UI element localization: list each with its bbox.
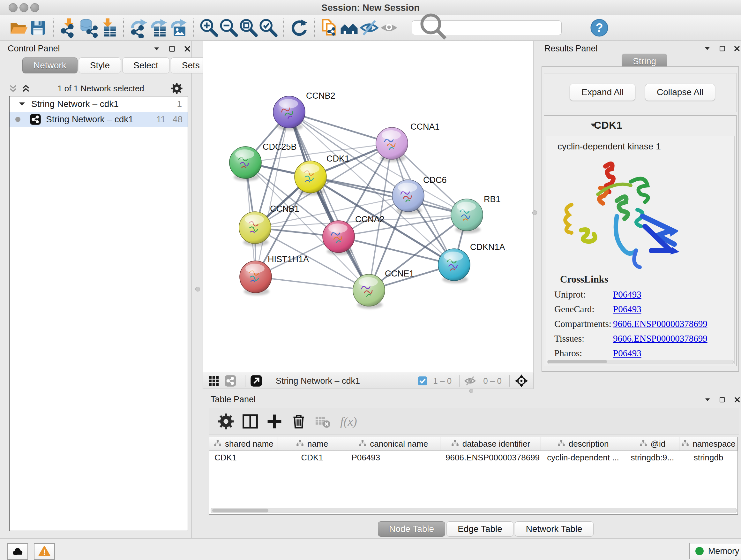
network-node-CDC6[interactable] [392, 180, 424, 214]
detach-view-icon[interactable] [250, 374, 263, 387]
network-node-CDK1[interactable] [294, 161, 327, 195]
panel-menu-icon[interactable] [704, 396, 711, 405]
network-node-CCNB1[interactable] [239, 212, 271, 246]
network-node-HIST1H1A[interactable] [240, 261, 272, 295]
gene-section-body: cyclin-dependent kinase 1 [546, 136, 735, 364]
cloud-status-button[interactable] [7, 543, 28, 560]
collapse-all-icon[interactable] [8, 83, 18, 94]
float-panel-icon[interactable] [168, 45, 176, 54]
network-edge[interactable] [256, 277, 369, 290]
save-session-button[interactable] [28, 18, 48, 38]
tab-select[interactable]: Select [122, 57, 170, 73]
network-node-CCNA1[interactable] [376, 127, 408, 162]
delete-column-icon[interactable] [290, 413, 308, 430]
column-header-shared-name[interactable]: shared name [209, 437, 278, 450]
close-panel-icon[interactable] [183, 45, 192, 54]
network-node-CCNE1[interactable] [353, 274, 385, 309]
tab-style[interactable]: Style [79, 57, 121, 73]
control-panel-tabs: NetworkStyleSelectSets [22, 57, 212, 73]
crosslink-link[interactable]: P06493 [613, 304, 642, 314]
table-row[interactable]: CDK1CDK1P064939606.ENSP00000378699cyclin… [209, 451, 738, 464]
zoom-out-button[interactable] [219, 18, 239, 38]
table-cell: stringdb:9... [625, 451, 679, 464]
zoom-fit-button[interactable] [239, 18, 259, 38]
close-panel-icon[interactable] [733, 396, 741, 405]
crosslink-link[interactable]: P06493 [613, 289, 642, 300]
column-header-name[interactable]: name [278, 437, 347, 450]
show-columns-icon[interactable] [241, 413, 259, 430]
expand-all-button[interactable]: Expand All [569, 84, 635, 101]
node-count: 11 [156, 114, 165, 125]
help-button[interactable]: ? [590, 19, 608, 37]
collapse-icon[interactable] [17, 99, 27, 109]
table-settings-gear-icon[interactable] [217, 413, 235, 430]
column-header-description[interactable]: description [541, 437, 625, 450]
left-splitter-handle[interactable] [195, 287, 200, 292]
network-node-CDC25B[interactable] [229, 146, 261, 181]
hierarchy-icon [639, 440, 648, 448]
first-neighbors-button[interactable] [340, 18, 359, 38]
collapse-section-icon[interactable] [566, 121, 576, 130]
network-node-CDKN1A[interactable] [438, 249, 470, 283]
add-column-icon[interactable] [266, 413, 283, 430]
tab-node-table[interactable]: Node Table [378, 521, 445, 537]
network-node-RB1[interactable] [451, 199, 483, 233]
hide-selected-button[interactable] [359, 18, 379, 38]
collapse-all-button[interactable]: Collapse All [645, 84, 715, 101]
memory-button[interactable]: Memory [689, 543, 741, 559]
import-table-file-button[interactable] [98, 18, 118, 38]
right-splitter-handle[interactable] [532, 210, 537, 215]
network-node-CCNA2[interactable] [323, 221, 354, 255]
show-hidden-button[interactable] [379, 18, 399, 38]
crosslink-link[interactable]: P06493 [613, 348, 642, 359]
gene-section-header[interactable]: CDK1 [544, 116, 736, 135]
column-header-database-identifier[interactable]: database identifier [441, 437, 541, 450]
bottom-splitter-handle[interactable] [469, 389, 473, 393]
selected-checkbox-icon[interactable] [417, 375, 428, 386]
search-input[interactable] [453, 21, 561, 35]
tab-network[interactable]: Network [22, 57, 77, 73]
open-session-button[interactable] [8, 18, 28, 38]
network-options-gear-icon[interactable] [171, 82, 183, 95]
expand-all-icon[interactable] [20, 83, 31, 94]
tab-edge-table[interactable]: Edge Table [447, 521, 514, 537]
export-image-button[interactable] [169, 18, 188, 38]
node-label-CCNE1: CCNE1 [385, 269, 414, 278]
node-label-CCNB2: CCNB2 [306, 91, 335, 101]
results-horizontal-scrollbar[interactable] [547, 360, 734, 364]
zoom-selected-button[interactable] [259, 18, 278, 38]
network-edge[interactable] [256, 112, 289, 277]
crosslink-link[interactable]: 9606.ENSP00000378699 [613, 333, 708, 344]
column-header-namespace[interactable]: namespace [679, 437, 738, 450]
export-table-button[interactable] [149, 18, 169, 38]
import-network-database-button[interactable] [78, 18, 98, 38]
open-documents-button[interactable] [320, 18, 340, 38]
network-graph[interactable]: CCNB2 CCNA1 CDC25B CDK1 [203, 41, 533, 373]
grid-view-icon[interactable] [207, 374, 220, 387]
close-panel-icon[interactable] [733, 45, 741, 54]
zoom-in-button[interactable] [199, 18, 219, 38]
refresh-network-button[interactable] [289, 18, 309, 38]
panel-menu-icon[interactable] [703, 45, 711, 54]
import-network-file-button[interactable] [59, 18, 78, 38]
table-horizontal-scrollbar[interactable] [211, 508, 737, 513]
hierarchy-icon [358, 440, 367, 448]
column-header--id[interactable]: @id [625, 437, 679, 450]
panel-menu-icon[interactable] [152, 45, 161, 54]
network-share-icon[interactable] [224, 374, 237, 387]
float-panel-icon[interactable] [718, 396, 726, 405]
birdseye-view-icon[interactable] [514, 374, 529, 388]
column-header-canonical-name[interactable]: canonical name [346, 437, 441, 450]
tab-network-table[interactable]: Network Table [515, 521, 594, 537]
crosslink-link[interactable]: 9606.ENSP00000378699 [613, 319, 708, 329]
control-panel-controls [152, 45, 192, 54]
selection-status: 1 of 1 Network selected [31, 84, 171, 94]
network-canvas[interactable]: CCNB2 CCNA1 CDC25B CDK1 [203, 41, 534, 373]
memory-status-dot [695, 547, 704, 555]
network-tree-row[interactable]: String Network – cdk1 11 48 [10, 112, 188, 127]
search-box[interactable] [412, 20, 562, 35]
float-panel-icon[interactable] [718, 45, 726, 54]
warnings-button[interactable] [34, 543, 55, 560]
export-network-button[interactable] [129, 18, 149, 38]
network-tree-row[interactable]: String Network – cdk1 1 [10, 97, 188, 112]
